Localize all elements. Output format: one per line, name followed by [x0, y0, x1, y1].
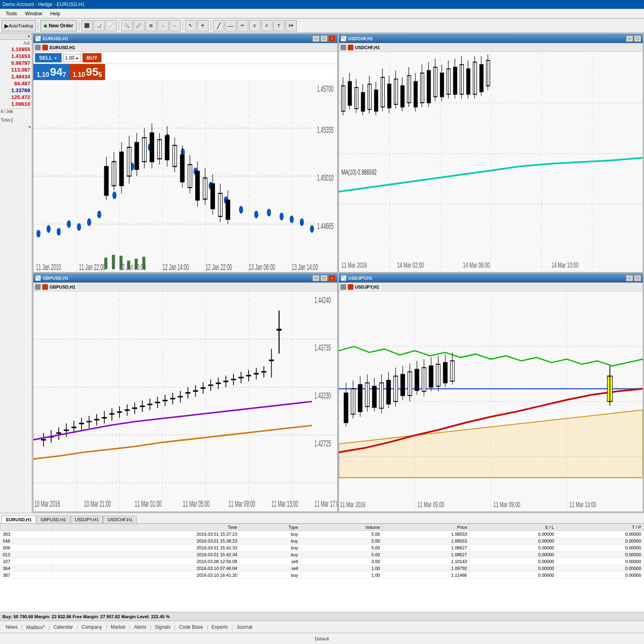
grid-button[interactable]: F: [261, 20, 272, 31]
usdjpy-title-btns: ─ □: [626, 275, 641, 281]
sidebar-close-button[interactable]: ×: [28, 34, 30, 39]
chart-bar-button[interactable]: ⬛: [81, 20, 93, 31]
chart-line-button[interactable]: 📈: [105, 20, 117, 31]
menu-help[interactable]: Help: [46, 10, 64, 17]
sidebar-price-9[interactable]: 1.09610: [1, 101, 31, 107]
menu-tools[interactable]: Tools: [2, 10, 21, 17]
eurusd-chart-content[interactable]: 1.45700 1.45355 1.45010 1.44665: [33, 80, 337, 272]
menu-window[interactable]: Window: [21, 10, 46, 17]
bottom-tab-calendar[interactable]: Calendar: [50, 623, 76, 632]
gbpusd-subheader: GBPUSD,H1: [33, 283, 337, 291]
usdjpy-maximize-button[interactable]: □: [634, 275, 641, 281]
bottom-tab-mailbox-badge: 4: [43, 624, 45, 628]
sidebar-price-1[interactable]: 1.10955: [1, 46, 31, 53]
usdchf-chart-svg: MA(10) 0.986592 11 Mar 2016 14 Mar 02:00…: [339, 52, 643, 272]
bottom-tab-market[interactable]: Market: [107, 623, 129, 632]
bottom-tab-news[interactable]: News: [2, 623, 21, 632]
gbpusd-maximize-button[interactable]: □: [320, 275, 328, 281]
cell-id: 548: [0, 538, 52, 545]
cell-volume: 5.00: [301, 538, 383, 545]
sidebar-price-7[interactable]: 1.33769: [1, 87, 31, 94]
chart-bar-icon: ⬛: [84, 23, 90, 28]
usdjpy-minimize-button[interactable]: ─: [626, 275, 633, 281]
bottom-tab-alerts[interactable]: Alerts: [131, 623, 150, 632]
chart-fit-button[interactable]: ⊞: [145, 20, 157, 31]
usdchf-maximize-button[interactable]: □: [634, 35, 641, 42]
table-row[interactable]: 548 2016.03.01 15:38:23 buy 5.00 1.08553…: [0, 538, 644, 545]
bottom-tab-company[interactable]: Company: [78, 623, 105, 632]
pencil-button[interactable]: ✏: [237, 20, 248, 31]
table-row[interactable]: 364 2016.03.10 07:46:04 sell 1.00 1.0979…: [0, 565, 644, 572]
bottom-tab-code-base[interactable]: Code Base: [176, 623, 206, 632]
buy-button[interactable]: BUY: [83, 53, 101, 62]
chart-tab-eurusd[interactable]: EURUSD,H1: [2, 516, 36, 523]
sidebar-price-5[interactable]: 1.48434: [1, 73, 31, 80]
sidebar-price-3[interactable]: 0.98797: [1, 60, 31, 66]
zoom-out-button[interactable]: 🔎: [133, 20, 144, 31]
eurusd-close-button[interactable]: ×: [328, 35, 336, 42]
bottom-tab-journal[interactable]: Journal: [233, 623, 255, 632]
sidebar-price-6[interactable]: 84.487: [1, 80, 31, 87]
scroll-right-button[interactable]: →: [157, 20, 169, 31]
usdjpy-chart-content[interactable]: 11 Mar 2016 11 Mar 05:00 11 Mar 09:00 11…: [339, 291, 643, 512]
eurusd-maximize-button[interactable]: □: [320, 35, 328, 42]
sidebar-bottom: ×: [0, 124, 32, 130]
bottom-tab-signals[interactable]: Signals: [152, 623, 174, 632]
eurusd-ask-display: 1.10 95 5: [69, 64, 105, 80]
trade-table: Time Type Volume Price S / L T / P 393 2…: [0, 524, 644, 579]
chart-tab-usdchf[interactable]: USDCHF,H1: [103, 516, 137, 523]
line-button[interactable]: ╱: [213, 20, 224, 31]
cell-tp: 0.00000: [557, 565, 644, 572]
usdchf-minimize-button[interactable]: ─: [626, 35, 633, 42]
sidebar-price-8[interactable]: 125.472: [1, 94, 31, 101]
more-button[interactable]: ≡▾: [285, 20, 297, 31]
cell-time: 2016.03.08 12:56:09: [52, 558, 240, 565]
table-row[interactable]: 393 2016.03.01 15:37:23 buy 5.00 1.08553…: [0, 531, 644, 538]
table-row[interactable]: 387 2016.03.10 16:41:20 buy 1.00 1.11486…: [0, 572, 644, 579]
hline-button[interactable]: —: [225, 20, 236, 31]
svg-rect-130: [473, 62, 477, 94]
sidebar-ask-label: Ask: [1, 41, 31, 46]
chart-line-icon: 📈: [108, 23, 114, 28]
sell-dropdown-icon[interactable]: ▼: [54, 56, 58, 60]
table-row[interactable]: 337 2016.03.08 12:56:09 sell 3.00 1.1014…: [0, 558, 644, 565]
svg-point-19: [97, 211, 101, 218]
sidebar-close-button-2[interactable]: ×: [29, 124, 31, 129]
table-row[interactable]: 012 2016.03.01 15:42:34 buy 5.00 1.08627…: [0, 551, 644, 558]
usdjpy-subtitle: USDJPY,H1: [355, 285, 379, 289]
eurusd-minimize-button[interactable]: ─: [312, 35, 320, 42]
gbpusd-minimize-button[interactable]: ─: [312, 275, 320, 281]
crosshair-button[interactable]: ✛: [197, 20, 208, 31]
new-order-icon: ■: [44, 23, 47, 29]
svg-text:14 Mar 10:00: 14 Mar 10:00: [552, 261, 579, 269]
gbpusd-chart-content[interactable]: 1.44240 1.43735 1.43230 1.42725: [33, 291, 337, 512]
usdchf-chart-content[interactable]: MA(10) 0.986592 11 Mar 2016 14 Mar 02:00…: [339, 52, 643, 272]
cell-type: buy: [240, 538, 301, 545]
sidebar: × Ask 1.10955 1.41653 0.98797 113.087 1.…: [0, 33, 32, 513]
qty-up-icon[interactable]: ▲: [75, 56, 79, 60]
svg-text:11 Jan 2010: 11 Jan 2010: [36, 262, 61, 272]
fib-button[interactable]: Ε: [249, 20, 260, 31]
zoom-in-button[interactable]: 🔍: [121, 20, 132, 31]
trade-table-area: Time Type Volume Price S / L T / P 393 2…: [0, 523, 644, 612]
chart-tab-gbpusd[interactable]: GBPUSD,H1: [36, 516, 71, 523]
scroll-left-button[interactable]: ←: [169, 20, 181, 31]
sidebar-price-2[interactable]: 1.41653: [1, 53, 31, 60]
bottom-tab-experts[interactable]: Experts: [208, 623, 231, 632]
sell-button[interactable]: SELL ▼: [35, 53, 62, 62]
chart-tab-usdjpy[interactable]: USDJPY,H1: [70, 516, 103, 523]
text-button[interactable]: T: [273, 20, 285, 31]
cell-tp: 0.00000: [557, 551, 644, 558]
status-bar: Buy: 50 790.68 Margin: 22 832.86 Free Ma…: [0, 612, 644, 621]
new-order-button[interactable]: ■ New Order: [40, 20, 77, 31]
bottom-tab-mailbox[interactable]: Mailbox4: [23, 622, 48, 632]
gbpusd-close-button[interactable]: ×: [328, 275, 336, 281]
cell-type: buy: [240, 531, 301, 538]
cursor-button[interactable]: ↖: [185, 20, 196, 31]
table-row[interactable]: 006 2016.03.01 15:42:33 buy 5.00 1.08627…: [0, 545, 644, 551]
eurusd-ask: 95: [86, 66, 98, 78]
autotrading-button[interactable]: ▶ AutoTrading: [2, 20, 36, 31]
sidebar-price-4[interactable]: 113.087: [1, 66, 31, 73]
chart-candle-button[interactable]: 📊: [93, 20, 105, 31]
svg-text:11 Jan 22:00: 11 Jan 22:00: [79, 262, 105, 272]
